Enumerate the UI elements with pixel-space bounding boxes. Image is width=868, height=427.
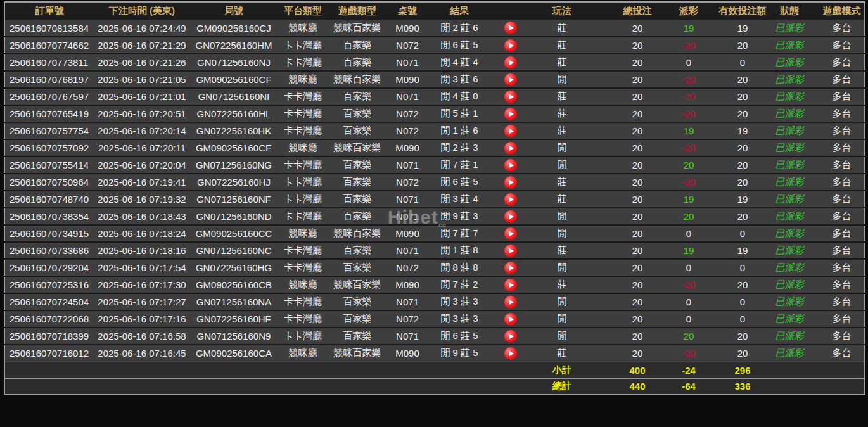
play-icon [509,94,514,99]
cell-result: 閒 9 莊 5 [428,345,491,362]
cell-payout: 19 [663,122,714,139]
replay-button[interactable] [504,39,517,52]
cell-platform: 卡卡灣廳 [278,310,328,328]
cell-status: 已派彩 [771,310,819,328]
cell-game_type: 競咪百家樂 [328,276,387,293]
cell-valid_bet: 20 [714,139,771,156]
replay-button[interactable] [504,347,517,360]
cell-result: 閒 7 莊 2 [428,276,491,293]
cell-time: 2025-06-16 07:21:29 [94,37,189,54]
cell-order: 250616070768197 [4,71,94,88]
replay-button[interactable] [504,193,517,206]
cell-platform: 競咪廳 [278,71,328,88]
cell-game_type: 百家樂 [328,259,387,276]
cell-time: 2025-06-16 07:21:05 [94,71,189,88]
cell-mode: 多台 [819,208,865,225]
cell-time: 2025-06-16 07:18:24 [94,225,189,242]
cell-round: GM090256160CF [189,71,278,88]
cell-result: 閒 7 莊 7 [428,225,491,242]
cell-mode: 多台 [819,139,865,156]
cell-game_type: 百家樂 [328,174,387,191]
cell-play [491,259,530,276]
cell-total_bet: 20 [594,20,663,37]
play-icon [509,146,514,151]
cell-table_no: N072 [387,310,428,328]
cell-total_bet: 20 [594,345,663,362]
replay-button[interactable] [504,262,517,274]
cell-round: GN072256160HJ [189,174,278,191]
replay-button[interactable] [504,108,517,120]
replay-button[interactable] [504,296,517,309]
replay-button[interactable] [504,313,517,326]
cell-table_no: N071 [387,208,428,225]
replay-button[interactable] [504,56,517,69]
cell-play [491,310,530,328]
cell-valid_bet: 20 [714,208,771,225]
cell-payout: -20 [663,174,714,191]
play-icon [509,43,514,48]
replay-button[interactable] [504,330,517,343]
cell-game_type: 百家樂 [328,156,387,174]
cell-payout: 20 [663,156,714,174]
cell-play [491,225,530,242]
replay-button[interactable] [504,245,517,257]
cell-status: 已派彩 [771,242,819,259]
cell-total_bet: 20 [594,139,663,156]
column-header-method: 玩法 [530,2,594,20]
bet-records-table: 訂單號下注時間 (美東)局號平台類型遊戲類型桌號結果玩法總投注派彩有效投注額狀態… [4,1,865,395]
cell-valid_bet: 20 [714,71,771,88]
cell-mode: 多台 [819,191,865,208]
cell-status: 已派彩 [771,259,819,276]
cell-play [491,174,530,191]
replay-button[interactable] [504,125,517,137]
replay-button[interactable] [504,22,517,34]
replay-button[interactable] [504,142,517,155]
cell-round: GN071256160ND [189,208,278,225]
replay-button[interactable] [504,176,517,189]
replay-button[interactable] [504,227,517,240]
cell-game_type: 百家樂 [328,191,387,208]
replay-button[interactable] [504,210,517,223]
cell-method: 閒 [530,139,594,156]
replay-button[interactable] [504,91,517,103]
cell-payout: 19 [663,191,714,208]
column-header-payout: 派彩 [663,2,714,20]
cell-round: GN072256160HL [189,105,278,122]
replay-button[interactable] [504,73,517,86]
column-header-platform: 平台類型 [278,2,328,20]
cell-mode: 多台 [819,242,865,259]
cell-method: 閒 [530,328,594,345]
cell-play [491,122,530,139]
cell-method: 莊 [530,88,594,105]
cell-platform: 卡卡灣廳 [278,208,328,225]
cell-round: GN071256160NF [189,191,278,208]
cell-platform: 卡卡灣廳 [278,54,328,71]
cell-result: 閒 9 莊 3 [428,208,491,225]
table-row: 2506160707570922025-06-16 07:20:11GM0902… [4,139,865,156]
cell-game_type: 百家樂 [328,208,387,225]
cell-method: 莊 [530,276,594,293]
replay-button[interactable] [504,159,517,172]
summary-valid-bet: 336 [714,378,771,395]
cell-platform: 卡卡灣廳 [278,328,328,345]
cell-table_no: M090 [387,139,428,156]
cell-platform: 卡卡灣廳 [278,37,328,54]
cell-time: 2025-06-16 07:19:41 [94,174,189,191]
replay-button[interactable] [504,279,517,291]
cell-status: 已派彩 [771,71,819,88]
cell-time: 2025-06-16 07:24:49 [94,20,189,37]
cell-method: 閒 [530,293,594,310]
cell-time: 2025-06-16 07:20:51 [94,105,189,122]
cell-time: 2025-06-16 07:20:14 [94,122,189,139]
cell-time: 2025-06-16 07:19:32 [94,191,189,208]
cell-total_bet: 20 [594,242,663,259]
cell-order: 250616070734915 [4,225,94,242]
play-icon [509,60,514,65]
cell-time: 2025-06-16 07:21:26 [94,54,189,71]
cell-payout: 0 [663,225,714,242]
cell-result: 閒 1 莊 8 [428,242,491,259]
cell-platform: 卡卡灣廳 [278,191,328,208]
cell-mode: 多台 [819,345,865,362]
cell-method: 閒 [530,259,594,276]
play-icon [509,231,514,236]
